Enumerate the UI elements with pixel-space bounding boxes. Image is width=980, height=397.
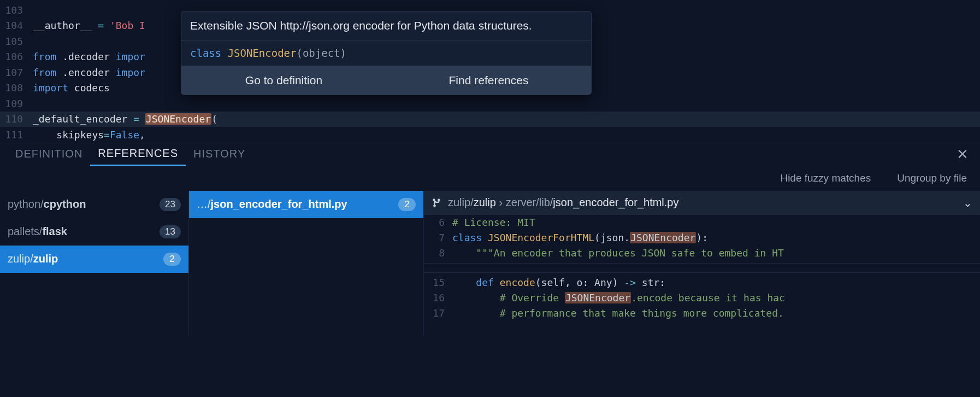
hover-signature: class JSONEncoder(object)	[181, 40, 591, 66]
preview-breadcrumb[interactable]: zulip/zulip › zerver/lib/json_encoder_fo…	[424, 191, 980, 215]
hide-fuzzy-button[interactable]: Hide fuzzy matches	[780, 172, 871, 184]
line-number: 16	[424, 292, 452, 303]
repo-item[interactable]: pallets/flask 13	[0, 218, 188, 246]
repo-item[interactable]: zulip/zulip 2	[0, 246, 188, 273]
line-number: 111	[0, 129, 33, 141]
ungroup-by-file-button[interactable]: Ungroup by file	[897, 172, 967, 184]
count-badge: 13	[160, 225, 181, 238]
references-panel-tabs: Definition References History ✕	[0, 143, 980, 166]
line-number: 105	[0, 36, 33, 47]
count-badge: 2	[163, 253, 181, 266]
count-badge: 23	[160, 198, 181, 211]
code-preview: zulip/zulip › zerver/lib/json_encoder_fo…	[424, 191, 980, 335]
line-number: 6	[424, 217, 452, 228]
tab-references[interactable]: References	[90, 143, 186, 166]
line-number: 108	[0, 82, 33, 94]
code-line[interactable]: 6 # License: MIT	[424, 215, 980, 230]
line-number: 103	[0, 4, 33, 16]
code-line[interactable]: 8 """An encoder that produces JSON safe …	[424, 246, 980, 261]
references-panel-body: python/cpython 23 pallets/flask 13 zulip…	[0, 191, 980, 335]
code-line[interactable]: 111 skipkeys=False,	[0, 127, 980, 143]
line-number: 109	[0, 98, 33, 109]
code-line[interactable]: 109	[0, 96, 980, 112]
tab-history[interactable]: History	[186, 143, 253, 165]
line-number: 110	[0, 113, 33, 125]
find-references-button[interactable]: Find references	[386, 66, 591, 95]
code-line[interactable]: 110 _default_encoder = JSONEncoder(	[0, 112, 980, 127]
breadcrumb-text: zulip/zulip › zerver/lib/json_encoder_fo…	[448, 196, 678, 209]
references-toolbar: Hide fuzzy matches Ungroup by file	[0, 166, 980, 191]
file-list: …/json_encoder_for_html.py 2	[189, 191, 424, 335]
code-line[interactable]: 16 # Override JSONEncoder.encode because…	[424, 290, 980, 306]
line-number: 15	[424, 277, 452, 288]
tab-definition[interactable]: Definition	[8, 143, 90, 165]
hover-doc: Extensible JSON http://json.org encoder …	[181, 11, 591, 40]
code-line[interactable]: 7 class JSONEncoderForHTML(json.JSONEnco…	[424, 230, 980, 246]
go-to-definition-button[interactable]: Go to definition	[181, 66, 386, 95]
code-line[interactable]: 15 def encode(self, o: Any) -> str:	[424, 275, 980, 290]
code-line[interactable]: 17 # performance that make things more c…	[424, 306, 980, 321]
line-number: 106	[0, 51, 33, 62]
line-number: 104	[0, 20, 33, 31]
line-number: 7	[424, 232, 452, 243]
code-fold-gap[interactable]	[424, 263, 980, 273]
count-badge: 2	[398, 198, 416, 211]
file-item[interactable]: …/json_encoder_for_html.py 2	[189, 191, 423, 218]
repo-item[interactable]: python/cpython 23	[0, 191, 188, 218]
hover-popup: Extensible JSON http://json.org encoder …	[181, 11, 592, 95]
line-number: 8	[424, 247, 452, 259]
chevron-down-icon[interactable]: ⌄	[963, 196, 972, 209]
line-number: 17	[424, 307, 452, 319]
line-number: 107	[0, 67, 33, 78]
close-icon[interactable]: ✕	[953, 146, 972, 163]
repo-list: python/cpython 23 pallets/flask 13 zulip…	[0, 191, 189, 335]
git-branch-icon	[432, 197, 442, 208]
